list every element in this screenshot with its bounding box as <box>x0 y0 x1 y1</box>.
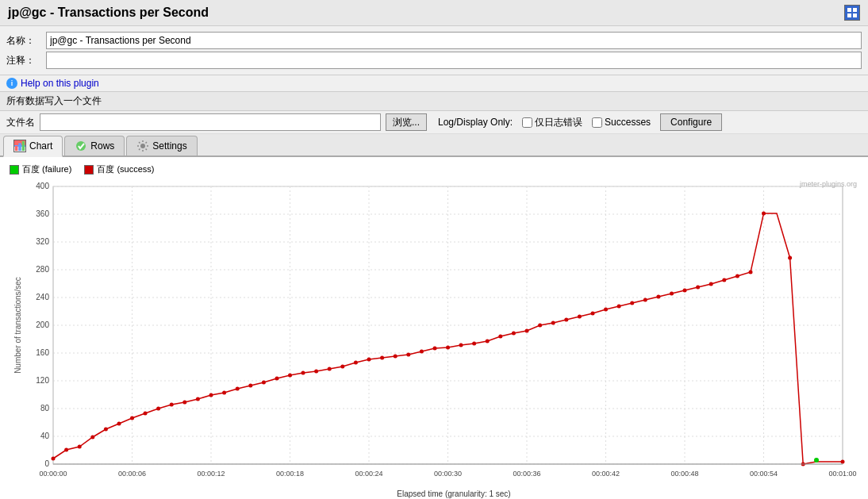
svg-point-99 <box>630 301 634 305</box>
svg-point-107 <box>735 274 739 278</box>
svg-text:360: 360 <box>36 209 49 218</box>
svg-point-73 <box>288 374 292 378</box>
legend-success: 百度 (success) <box>84 163 154 175</box>
svg-text:Number of transactions/sec: Number of transactions/sec <box>13 277 22 374</box>
chart-svg: 0 40 80 120 160 200 <box>10 178 862 488</box>
svg-point-68 <box>222 391 226 395</box>
info-icon: i <box>6 78 17 89</box>
errors-checkbox[interactable] <box>522 117 532 128</box>
svg-text:280: 280 <box>36 265 49 274</box>
svg-text:160: 160 <box>36 348 49 357</box>
file-input[interactable] <box>40 113 381 131</box>
svg-point-7 <box>76 141 86 151</box>
legend-failure: 百度 (failure) <box>10 163 71 175</box>
svg-point-79 <box>367 358 371 362</box>
tab-chart-label: Chart <box>29 140 52 152</box>
file-label: 文件名 <box>6 116 35 129</box>
svg-point-69 <box>236 387 240 391</box>
svg-text:120: 120 <box>36 376 49 385</box>
svg-point-91 <box>525 329 529 333</box>
svg-text:400: 400 <box>36 182 49 190</box>
legend-failure-label: 百度 (failure) <box>22 163 71 175</box>
svg-point-87 <box>472 342 476 346</box>
svg-point-86 <box>459 344 463 347</box>
svg-point-93 <box>551 321 555 325</box>
svg-text:00:00:12: 00:00:12 <box>197 470 225 478</box>
legend-success-color <box>84 165 94 175</box>
help-row: i Help on this plugin <box>0 75 868 91</box>
svg-text:320: 320 <box>36 237 49 246</box>
settings-tab-icon <box>136 140 149 152</box>
form-section: 名称： 注释： <box>0 26 868 75</box>
svg-text:80: 80 <box>40 404 50 413</box>
failure-dot <box>814 458 819 463</box>
title-bar: jp@gc - Transactions per Second <box>0 0 868 26</box>
help-link[interactable]: Help on this plugin <box>21 78 99 89</box>
svg-point-84 <box>433 347 437 351</box>
svg-point-105 <box>709 282 713 286</box>
name-input[interactable] <box>46 32 862 49</box>
app-container: jp@gc - Transactions per Second 名称： 注释： … <box>0 0 868 499</box>
svg-text:00:00:24: 00:00:24 <box>355 470 382 478</box>
name-row: 名称： <box>6 32 862 49</box>
tabs-bar: Chart Rows Settings <box>0 134 868 157</box>
tab-rows[interactable]: Rows <box>64 136 125 155</box>
top-icon[interactable] <box>844 5 860 21</box>
svg-text:00:00:54: 00:00:54 <box>750 470 778 478</box>
svg-rect-0 <box>847 8 851 12</box>
svg-text:00:00:48: 00:00:48 <box>670 470 698 478</box>
tab-chart[interactable]: Chart <box>3 136 63 157</box>
name-label: 名称： <box>6 34 46 48</box>
svg-point-83 <box>420 350 424 354</box>
svg-point-102 <box>670 292 674 296</box>
successes-checkbox[interactable] <box>592 117 602 128</box>
svg-text:00:00:36: 00:00:36 <box>513 470 540 478</box>
svg-point-64 <box>170 403 174 407</box>
successes-checkbox-label[interactable]: Successes <box>592 117 651 128</box>
comment-row: 注释： <box>6 52 862 69</box>
svg-point-101 <box>656 295 660 299</box>
svg-point-108 <box>749 271 753 274</box>
svg-point-71 <box>262 381 266 385</box>
svg-point-109 <box>762 212 766 216</box>
legend-success-label: 百度 (success) <box>97 163 154 175</box>
chart-wrapper: jmeter-plugins.org 0 40 80 <box>10 178 865 488</box>
svg-point-81 <box>394 355 398 359</box>
svg-point-97 <box>604 308 608 312</box>
svg-text:00:00:42: 00:00:42 <box>592 470 620 478</box>
svg-text:200: 200 <box>36 321 49 329</box>
svg-point-103 <box>683 289 687 293</box>
svg-point-67 <box>209 393 213 397</box>
svg-point-88 <box>486 340 490 344</box>
browse-button[interactable]: 浏览... <box>386 113 427 131</box>
svg-point-74 <box>301 371 305 375</box>
svg-text:00:01:00: 00:01:00 <box>828 470 856 478</box>
errors-checkbox-label[interactable]: 仅日志错误 <box>522 116 582 129</box>
configure-button[interactable]: Configure <box>660 113 722 131</box>
svg-text:40: 40 <box>40 432 50 440</box>
svg-point-110 <box>788 256 792 260</box>
svg-point-82 <box>406 353 410 357</box>
svg-point-72 <box>275 377 279 381</box>
tab-settings-label: Settings <box>152 140 186 152</box>
svg-point-112 <box>841 460 845 464</box>
svg-rect-6 <box>22 141 25 151</box>
x-axis-label: Elapsed time (granularity: 1 sec) <box>43 489 865 498</box>
svg-point-57 <box>78 445 82 449</box>
svg-text:00:00:00: 00:00:00 <box>39 470 67 478</box>
comment-input[interactable] <box>46 52 862 69</box>
svg-point-104 <box>696 286 700 290</box>
svg-point-94 <box>564 318 568 322</box>
svg-rect-3 <box>853 13 857 17</box>
chart-panel: 百度 (failure) 百度 (success) jmeter-plugins… <box>0 157 868 499</box>
svg-point-58 <box>90 436 94 440</box>
svg-point-59 <box>104 428 108 432</box>
svg-point-70 <box>248 384 252 388</box>
svg-point-78 <box>354 361 358 365</box>
svg-point-66 <box>196 397 200 401</box>
tab-settings[interactable]: Settings <box>126 136 197 155</box>
chart-credit: jmeter-plugins.org <box>800 180 857 188</box>
svg-point-98 <box>617 305 621 309</box>
svg-point-92 <box>538 324 542 328</box>
svg-point-89 <box>498 335 502 339</box>
